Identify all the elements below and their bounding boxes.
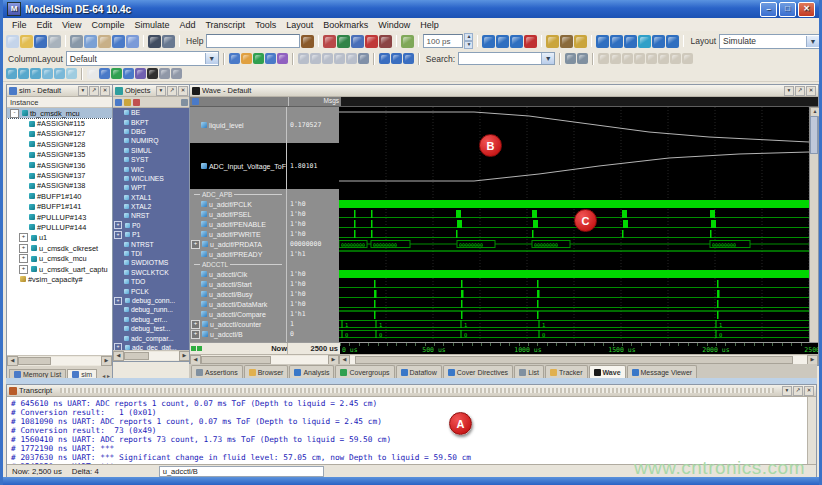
window-tab-tracker[interactable]: Tracker — [545, 365, 587, 378]
object-item-tdi[interactable]: TDI — [113, 249, 190, 258]
profile-icon[interactable] — [546, 35, 559, 48]
object-item-p1[interactable]: +P1 — [113, 230, 190, 239]
zoom-cursor-icon[interactable] — [54, 68, 65, 79]
wave-signal-u-adcif-pready[interactable]: u_adcif/PREADY — [190, 249, 286, 259]
add-to-list-icon[interactable] — [253, 53, 264, 64]
transcript-close-icon[interactable]: ✕ — [804, 386, 814, 396]
chevron-down-icon[interactable]: ▼ — [205, 53, 218, 64]
wave-cursor-buttons[interactable] — [190, 343, 205, 354]
window-tab-browser[interactable]: Browser — [244, 365, 289, 378]
object-item-adc-dec-dat-[interactable]: +adc_dec_dat... — [113, 343, 190, 350]
run-icon[interactable] — [482, 35, 495, 48]
wave-block-icon[interactable] — [135, 68, 146, 79]
add-to-wave-icon[interactable] — [241, 53, 252, 64]
restart-icon[interactable] — [401, 35, 414, 48]
wave-signal-u-adcctl-compare[interactable]: u_adcctl/Compare — [190, 309, 286, 319]
tree-item--assign-138[interactable]: #ASSIGN#138 — [7, 181, 112, 191]
tree-item--bufp1-141[interactable]: #BUFP1#141 — [7, 202, 112, 212]
object-item-dbg[interactable]: DBG — [113, 127, 190, 136]
object-item-debug-err-[interactable]: debug_err... — [113, 315, 190, 324]
tree-item--assign-115[interactable]: #ASSIGN#115 — [7, 118, 112, 128]
wave-close-icon[interactable]: ✕ — [806, 86, 816, 96]
object-item-adc-compar-[interactable]: adc_compar... — [113, 333, 190, 342]
minimize-button[interactable]: – — [760, 2, 777, 17]
print-icon[interactable] — [48, 35, 61, 48]
examine-hand-icon[interactable] — [574, 35, 587, 48]
wave-cut-icon[interactable] — [159, 68, 170, 79]
menu-transcript[interactable]: Transcript — [200, 20, 250, 30]
tree-item-u-cmsdk-uart-captu[interactable]: +u_cmsdk_uart_captu — [7, 264, 112, 274]
wave-signal-liquid-level[interactable]: liquid_level — [190, 107, 286, 143]
step-into-icon[interactable] — [596, 35, 609, 48]
help-jump-icon[interactable] — [301, 35, 314, 48]
simulate-icon[interactable] — [351, 35, 364, 48]
wave-float-icon[interactable]: ↗ — [795, 86, 805, 96]
tree-item-tb-cmsdk-mcu[interactable]: -tb_cmsdk_mcu — [7, 108, 112, 118]
help-search-input[interactable] — [206, 34, 300, 48]
wave-group-divider-adcctl[interactable]: ADCCTL — [190, 259, 286, 269]
cut-icon[interactable] — [70, 35, 83, 48]
expand-plus-icon[interactable]: + — [19, 265, 28, 274]
expand-plus-icon[interactable]: + — [19, 244, 28, 253]
wave-group-divider-adc_apb[interactable]: ADC_APB — [190, 189, 286, 199]
collapse-columns-icon[interactable] — [334, 53, 345, 64]
cursor-add-icon[interactable] — [598, 53, 609, 64]
menu-window[interactable]: Window — [373, 20, 415, 30]
ruler-mode-icon[interactable] — [682, 53, 693, 64]
objects-float-icon[interactable]: ↗ — [167, 86, 177, 96]
expand-plus-icon[interactable]: + — [114, 221, 122, 229]
insert-row-icon[interactable] — [298, 53, 309, 64]
expand-plus-icon[interactable]: + — [19, 254, 28, 263]
wave-signal-u-adcif-psel[interactable]: u_adcif/PSEL — [190, 209, 286, 219]
stop-run-icon[interactable] — [524, 35, 537, 48]
filter-apply-icon[interactable] — [133, 99, 140, 106]
menu-help[interactable]: Help — [415, 20, 444, 30]
object-item-pclk[interactable]: PCLK — [113, 286, 190, 295]
zoom-out-icon[interactable] — [18, 68, 29, 79]
copy-icon[interactable] — [84, 35, 97, 48]
object-item-ntrst[interactable]: NTRST — [113, 239, 190, 248]
tree-item--assign-127[interactable]: #ASSIGN#127 — [7, 129, 112, 139]
compile-all-icon[interactable] — [337, 35, 350, 48]
wave-timeline[interactable]: 0 us500 us1000 us1500 us2000 us2500 — [340, 343, 818, 354]
expand-plus-icon[interactable]: + — [114, 231, 122, 239]
filter-menu-icon[interactable] — [181, 99, 188, 106]
sim-float-icon[interactable]: ↗ — [89, 86, 99, 96]
menu-file[interactable]: File — [7, 20, 32, 30]
sim-horizontal-scrollbar[interactable]: ◀ ▶ — [7, 355, 112, 366]
redo-icon[interactable] — [126, 35, 139, 48]
transcript-console[interactable]: # 645610 ns UART: ADC reports 1 count, 0… — [7, 397, 816, 464]
wave-dock-icon[interactable]: ▾ — [784, 86, 794, 96]
object-item-p0[interactable]: +P0 — [113, 221, 190, 230]
tree-item--pullup-143[interactable]: #PULLUP#143 — [7, 212, 112, 222]
object-item-debug-runn-[interactable]: debug_runn... — [113, 305, 190, 314]
run-length-input[interactable]: 100 ps — [423, 34, 463, 48]
memory-profile-icon[interactable] — [560, 35, 573, 48]
open-folder-icon[interactable] — [20, 35, 33, 48]
object-item-tdo[interactable]: TDO — [113, 277, 190, 286]
find-next-icon[interactable] — [162, 35, 175, 48]
sim-dock-icon[interactable]: ▾ — [78, 86, 88, 96]
object-item-swdiotms[interactable]: SWDIOTMS — [113, 258, 190, 267]
object-item-nrst[interactable]: NRST — [113, 211, 190, 220]
edit-wave-icon[interactable] — [358, 53, 369, 64]
select-mode-icon[interactable] — [87, 68, 98, 79]
nav-forward-icon[interactable] — [391, 53, 402, 64]
add-selected-icon[interactable] — [229, 53, 240, 64]
wave-insert-icon[interactable] — [123, 68, 134, 79]
wave-signal-u-adcctl-clk[interactable]: u_adcctl/Clk — [190, 269, 286, 279]
expand-plus-icon[interactable]: + — [191, 240, 200, 249]
wave-stretch-icon[interactable] — [171, 68, 182, 79]
step-over-icon[interactable] — [610, 35, 623, 48]
cursor-name-icon[interactable] — [634, 53, 645, 64]
save-file-icon[interactable] — [34, 35, 47, 48]
menu-view[interactable]: View — [57, 20, 86, 30]
scroll-right-icon[interactable]: ▶ — [101, 356, 112, 366]
tree-item-u1[interactable]: +u1 — [7, 233, 112, 243]
wave-create-icon[interactable] — [111, 68, 122, 79]
step-out-icon[interactable] — [624, 35, 637, 48]
columnlayout-combo[interactable]: Default▼ — [66, 51, 219, 66]
menu-tools[interactable]: Tools — [250, 20, 281, 30]
filter-name-icon[interactable] — [115, 99, 122, 106]
transcript-dock-icon[interactable]: ▾ — [782, 386, 792, 396]
